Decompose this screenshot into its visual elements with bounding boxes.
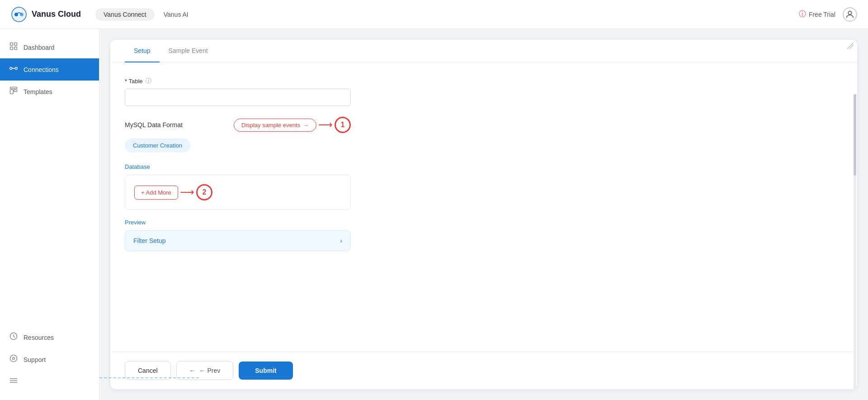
logo-icon (11, 6, 27, 23)
sidebar-support-label: Support (24, 356, 46, 363)
svg-rect-11 (10, 90, 14, 94)
user-avatar[interactable] (843, 7, 857, 22)
tab-sample-event[interactable]: Sample Event (160, 40, 217, 62)
sidebar: Dashboard Connections Templates (0, 29, 99, 400)
main-panel: Setup Sample Event * Table ⓘ (110, 40, 857, 389)
sidebar-item-templates[interactable]: Templates (0, 81, 99, 103)
annotation-circle-1: 1 (335, 117, 351, 133)
main-layout: Dashboard Connections Templates (0, 29, 868, 400)
free-trial-button[interactable]: ⓘ Free Trial (799, 10, 835, 19)
svg-point-9 (15, 67, 17, 70)
svg-rect-12 (14, 90, 17, 91)
sidebar-item-menu[interactable] (0, 371, 99, 393)
scrollbar-thumb (854, 94, 856, 176)
top-navigation: Vanus Cloud Vanus Connect Vanus AI ⓘ Fre… (0, 0, 868, 29)
sidebar-item-dashboard[interactable]: Dashboard (0, 36, 99, 58)
database-section: Database + Add More ⟶ 2 (125, 163, 843, 210)
svg-point-15 (13, 357, 15, 360)
svg-point-14 (10, 355, 17, 362)
svg-point-0 (12, 7, 26, 22)
info-circle-icon: ⓘ (799, 10, 806, 19)
svg-point-3 (848, 11, 851, 14)
database-box: + Add More ⟶ 2 (125, 175, 351, 210)
add-more-row: + Add More ⟶ 2 (134, 184, 212, 200)
mysql-format-row: MySQL Data Format Display sample events … (125, 117, 351, 133)
panel-tabs: Setup Sample Event (110, 40, 857, 62)
filter-setup-button[interactable]: Filter Setup › (125, 230, 351, 251)
support-icon (9, 354, 18, 365)
panel-body: * Table ⓘ MySQL Data Format Display samp… (110, 62, 857, 352)
logo-area: Vanus Cloud (11, 6, 81, 23)
svg-rect-10 (10, 87, 17, 89)
sidebar-bottom: Resources Support (0, 326, 99, 393)
display-sample-button[interactable]: Display sample events → (234, 119, 316, 132)
preview-section: Preview Filter Setup › (125, 219, 843, 251)
table-input[interactable] (125, 89, 351, 106)
svg-rect-4 (10, 43, 13, 46)
tab-setup[interactable]: Setup (125, 40, 160, 62)
app-name: Vanus Cloud (32, 10, 81, 19)
svg-rect-7 (14, 47, 17, 50)
preview-label: Preview (125, 219, 843, 226)
mysql-format-label: MySQL Data Format (125, 121, 183, 129)
sidebar-item-resources[interactable]: Resources (0, 326, 99, 348)
sidebar-templates-label: Templates (24, 88, 52, 95)
resources-icon (9, 332, 18, 343)
table-field-group: * Table ⓘ (125, 77, 843, 106)
display-sample-arrow-icon: → (303, 122, 309, 129)
content-area: Setup Sample Event * Table ⓘ (99, 29, 868, 400)
prev-arrow-icon: ← (189, 367, 196, 374)
filter-setup-chevron-icon: › (340, 237, 342, 244)
table-info-icon: ⓘ (146, 77, 151, 85)
scrollbar-track (854, 94, 856, 389)
vanus-ai-nav[interactable]: Vanus AI (158, 8, 194, 21)
annotation-arrow-2: ⟶ (180, 186, 194, 198)
svg-point-8 (10, 67, 12, 70)
customer-creation-tab-wrapper: Customer Creation (125, 138, 351, 158)
vanus-connect-nav[interactable]: Vanus Connect (95, 8, 155, 21)
svg-rect-5 (14, 43, 17, 46)
topnav-right: ⓘ Free Trial (799, 7, 857, 22)
dashboard-icon (9, 42, 18, 53)
annotation-circle-2: 2 (196, 184, 212, 200)
sidebar-dashboard-label: Dashboard (24, 44, 55, 51)
sidebar-connections-label: Connections (24, 66, 59, 73)
sidebar-resources-label: Resources (24, 334, 54, 341)
sidebar-item-connections[interactable]: Connections (0, 58, 99, 81)
connections-icon (9, 64, 18, 75)
table-label: * Table ⓘ (125, 77, 843, 85)
scrollbar[interactable] (853, 40, 857, 389)
svg-rect-6 (10, 47, 13, 50)
display-sample-annotation: Display sample events → ⟶ 1 (234, 117, 351, 133)
customer-creation-tab[interactable]: Customer Creation (125, 138, 190, 152)
templates-icon (9, 86, 18, 97)
menu-icon (9, 376, 18, 387)
dashed-decoration-line (99, 377, 199, 391)
database-label: Database (125, 163, 843, 170)
sidebar-item-support[interactable]: Support (0, 348, 99, 371)
submit-button[interactable]: Submit (239, 362, 292, 380)
panel-footer: Cancel ← ← Prev Submit (110, 352, 857, 389)
annotation-arrow-1: ⟶ (318, 119, 333, 131)
add-more-button[interactable]: + Add More (134, 186, 178, 200)
